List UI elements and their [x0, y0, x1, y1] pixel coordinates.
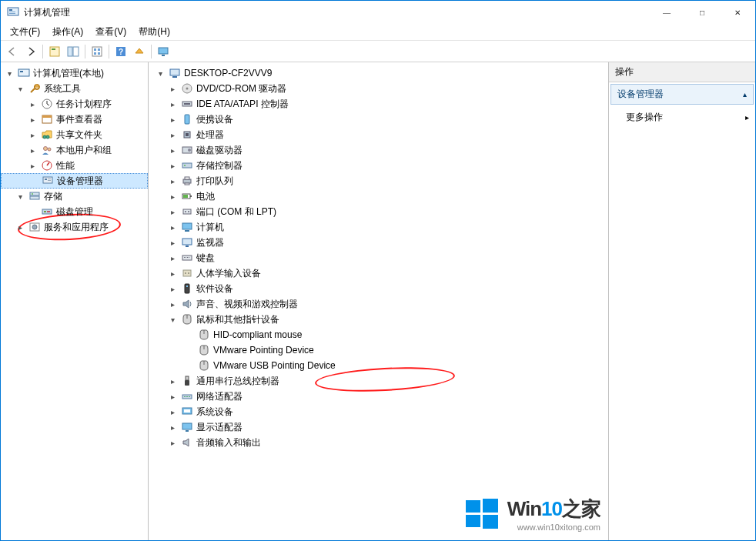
device-category[interactable]: ▸DVD/CD-ROM 驱动器 [149, 81, 608, 96]
tree-task-scheduler[interactable]: ▸ 任务计划程序 [1, 96, 148, 112]
device-item[interactable]: ▸HID-compliant mouse [149, 327, 608, 342]
tree-shared-folders[interactable]: ▸ 共享文件夹 [1, 127, 148, 142]
device-category[interactable]: ▸便携设备 [149, 112, 608, 127]
chevron-down-icon[interactable]: ▾ [155, 68, 166, 78]
menu-action[interactable]: 操作(A) [48, 24, 88, 40]
svg-rect-16 [162, 55, 165, 56]
refresh-button[interactable] [89, 43, 105, 60]
menu-view[interactable]: 查看(V) [91, 24, 131, 40]
tree-services[interactable]: ▸ 服务和应用程序 [1, 219, 148, 235]
device-label: 存储控制器 [196, 159, 243, 172]
tree-system-tools[interactable]: ▾ 系统工具 [1, 81, 148, 96]
chevron-right-icon[interactable]: ▸ [167, 206, 178, 217]
chevron-right-icon[interactable]: ▸ [27, 145, 38, 155]
device-category[interactable]: ▸存储控制器 [149, 158, 608, 173]
tree-item-label: 本地用户和组 [56, 144, 112, 157]
chevron-right-icon[interactable]: ▸ [167, 129, 178, 140]
chevron-right-icon[interactable]: ▸ [167, 160, 178, 171]
properties-button[interactable] [46, 43, 63, 60]
windows-logo-icon [463, 494, 501, 533]
tree-performance[interactable]: ▸ 性能 [1, 158, 148, 173]
tree-device-manager[interactable]: ▸ 设备管理器 [1, 173, 148, 189]
chevron-right-icon[interactable]: ▸ [167, 222, 178, 232]
chevron-right-icon[interactable]: ▸ [167, 283, 178, 294]
chevron-right-icon[interactable]: ▸ [167, 391, 178, 402]
chevron-right-icon[interactable]: ▸ [167, 191, 178, 202]
device-category[interactable]: ▸音频输入和输出 [149, 435, 608, 450]
device-category[interactable]: ▸监视器 [149, 235, 608, 250]
chevron-right-icon[interactable]: ▸ [27, 129, 38, 140]
minimize-button[interactable]: — [649, 1, 684, 24]
close-button[interactable]: ✕ [720, 1, 755, 24]
device-label: DVD/CD-ROM 驱动器 [196, 82, 286, 95]
chevron-right-icon[interactable]: ▸ [167, 252, 178, 263]
chevron-right-icon[interactable]: ▸ [167, 437, 178, 448]
maximize-button[interactable]: □ [684, 1, 720, 24]
chevron-down-icon[interactable]: ▾ [167, 314, 178, 325]
menu-file[interactable]: 文件(F) [5, 24, 45, 40]
chevron-right-icon[interactable]: ▸ [27, 114, 38, 125]
mouse-icon [198, 329, 210, 341]
actions-more[interactable]: 更多操作 ▸ [609, 106, 755, 129]
actions-section[interactable]: 设备管理器 ▴ [610, 84, 754, 105]
device-category[interactable]: ▸电池 [149, 189, 608, 204]
device-item[interactable]: ▸VMware Pointing Device [149, 342, 608, 358]
svg-rect-93 [483, 515, 498, 529]
show-hide-tree-button[interactable] [65, 43, 82, 60]
chevron-right-icon[interactable]: ▸ [167, 299, 178, 309]
disk-mgmt-icon [41, 205, 53, 218]
chevron-right-icon[interactable]: ▸ [167, 83, 178, 94]
menu-help[interactable]: 帮助(H) [134, 24, 175, 40]
chevron-right-icon[interactable]: ▸ [167, 422, 178, 432]
device-label: 音频输入和输出 [196, 436, 261, 449]
chevron-right-icon[interactable]: ▸ [167, 114, 178, 125]
device-category[interactable]: ▸系统设备 [149, 404, 608, 419]
help-button[interactable]: ? [112, 43, 129, 60]
device-category[interactable]: ▸人体学输入设备 [149, 265, 608, 281]
chevron-right-icon[interactable]: ▸ [167, 268, 178, 279]
chevron-right-icon[interactable]: ▸ [167, 406, 178, 417]
device-category[interactable]: ▸端口 (COM 和 LPT) [149, 204, 608, 219]
chevron-right-icon[interactable]: ▸ [15, 222, 25, 232]
chevron-right-icon[interactable]: ▸ [27, 99, 38, 109]
device-category[interactable]: ▸软件设备 [149, 281, 608, 296]
device-category[interactable]: ▸键盘 [149, 250, 608, 265]
back-button[interactable] [4, 43, 21, 60]
device-root[interactable]: ▾ DESKTOP-CF2VVV9 [149, 65, 608, 81]
chevron-right-icon[interactable]: ▸ [167, 376, 178, 386]
chevron-right-icon[interactable]: ▸ [167, 175, 178, 186]
svg-rect-22 [42, 115, 52, 118]
left-pane[interactable]: ▾ 计算机管理(本地) ▾ 系统工具 ▸ 任务计划程序 ▸ 事件 [1, 62, 149, 540]
device-tree-pane[interactable]: ▾ DESKTOP-CF2VVV9 ▸DVD/CD-ROM 驱动器▸IDE AT… [149, 62, 609, 540]
svg-rect-36 [44, 211, 46, 212]
device-category[interactable]: ▸网络适配器 [149, 389, 608, 404]
device-category-mouse[interactable]: ▾ 鼠标和其他指针设备 [149, 312, 608, 327]
device-category[interactable]: ▸显示适配器 [149, 419, 608, 435]
chevron-down-icon[interactable]: ▾ [4, 68, 15, 78]
device-category[interactable]: ▸磁盘驱动器 [149, 142, 608, 158]
device-category[interactable]: ▸声音、视频和游戏控制器 [149, 296, 608, 312]
disk-icon [181, 144, 193, 156]
device-category[interactable]: ▸计算机 [149, 219, 608, 235]
device-label: VMware Pointing Device [213, 345, 314, 356]
tree-root-computer-mgmt[interactable]: ▾ 计算机管理(本地) [1, 65, 148, 81]
chevron-right-icon[interactable]: ▸ [167, 237, 178, 248]
chevron-down-icon[interactable]: ▾ [15, 83, 25, 94]
device-item[interactable]: ▸VMware USB Pointing Device [149, 358, 608, 373]
tree-event-viewer[interactable]: ▸ 事件查看器 [1, 112, 148, 127]
device-category[interactable]: ▸通用串行总线控制器 [149, 373, 608, 389]
tree-local-users[interactable]: ▸ 本地用户和组 [1, 142, 148, 158]
collapse-icon[interactable]: ▴ [743, 90, 747, 99]
device-category[interactable]: ▸处理器 [149, 127, 608, 142]
tree-storage[interactable]: ▾ 存储 [1, 189, 148, 204]
scan-button[interactable] [131, 43, 148, 60]
device-category[interactable]: ▸IDE ATA/ATAPI 控制器 [149, 96, 608, 112]
forward-button[interactable] [22, 43, 39, 60]
chevron-right-icon[interactable]: ▸ [167, 99, 178, 109]
tree-disk-mgmt[interactable]: ▸ 磁盘管理 [1, 204, 148, 219]
chevron-right-icon[interactable]: ▸ [167, 145, 178, 155]
chevron-down-icon[interactable]: ▾ [15, 191, 25, 202]
monitor-button[interactable] [155, 43, 172, 60]
chevron-right-icon[interactable]: ▸ [27, 160, 38, 171]
device-category[interactable]: ▸打印队列 [149, 173, 608, 189]
